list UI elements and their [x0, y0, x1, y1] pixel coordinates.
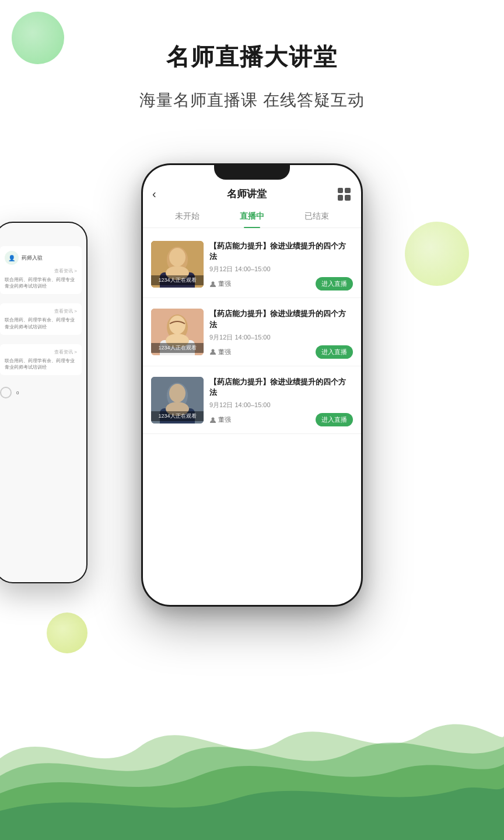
teacher-name-2: 董强 — [218, 348, 231, 356]
live-thumb-1: 1234人正在观看 — [151, 241, 204, 288]
live-info-1: 【药店能力提升】徐进业绩提升的四个方法 9月12日 14:00–15:00 董强 — [209, 241, 353, 290]
svg-point-2 — [169, 248, 186, 267]
secondary-see-more-2: 查看资讯 > — [5, 308, 77, 314]
phone-notch — [214, 163, 290, 180]
live-teacher-2: 董强 — [209, 348, 231, 356]
screen-topbar: ‹ 名师讲堂 — [143, 183, 361, 205]
secondary-label-1: 药师入驻 — [22, 254, 43, 262]
live-teacher-3: 董强 — [209, 415, 231, 424]
live-list: 1234人正在观看 【药店能力提升】徐进业绩提升的四个方法 9月12日 14:0… — [143, 228, 361, 605]
secondary-item-3: 查看资讯 > 联合用药、药理学有余、药理专业青业药师考试培训经 — [0, 344, 82, 375]
page-header: 名师直播大讲堂 海量名师直播课 在线答疑互动 — [0, 0, 504, 111]
live-time-1: 9月12日 14:00–15:00 — [209, 265, 353, 274]
enter-live-btn-3[interactable]: 进入直播 — [316, 413, 353, 426]
person-icon-1 — [209, 281, 216, 288]
live-thumb-2: 1234人正在观看 — [151, 309, 204, 355]
live-title-1: 【药店能力提升】徐进业绩提升的四个方法 — [209, 241, 353, 262]
phone-screen: ‹ 名师讲堂 未开始 直播中 已结束 — [143, 165, 361, 605]
live-thumb-3: 1234人正在观看 — [151, 377, 204, 424]
svg-point-5 — [212, 281, 215, 284]
secondary-phone: 👤 药师入驻 查看资讯 > 联合用药、药理学有余、药理专业青业药师考试培训经 查… — [0, 222, 88, 583]
live-title-3: 【药店能力提升】徐进业绩提升的四个方法 — [209, 377, 353, 398]
decoration-circle-bottom-left — [47, 612, 88, 653]
live-teacher-1: 董强 — [209, 279, 231, 288]
live-item-1[interactable]: 1234人正在观看 【药店能力提升】徐进业绩提升的四个方法 9月12日 14:0… — [143, 234, 361, 298]
secondary-icon-1: 👤 — [5, 251, 19, 265]
teacher-name-3: 董强 — [218, 415, 231, 424]
secondary-desc-2: 联合用药、药理学有余、药理专业青业药师考试培训经 — [5, 317, 77, 330]
svg-point-8 — [169, 316, 186, 334]
live-meta-1: 董强 进入直播 — [209, 277, 353, 290]
enter-live-btn-2[interactable]: 进入直播 — [316, 345, 353, 359]
live-info-2: 【药店能力提升】徐进业绩提升的四个方法 9月12日 14:00–15:00 董强 — [209, 309, 353, 358]
secondary-circle-icon — [0, 387, 12, 398]
page-title: 名师直播大讲堂 — [0, 41, 504, 73]
enter-live-btn-1[interactable]: 进入直播 — [316, 277, 353, 290]
svg-point-14 — [169, 384, 186, 402]
live-viewers-1: 1234人正在观看 — [151, 275, 204, 285]
back-button[interactable]: ‹ — [152, 187, 156, 201]
screen-title: 名师讲堂 — [227, 187, 267, 201]
person-icon-3 — [209, 416, 216, 424]
phone-frame: ‹ 名师讲堂 未开始 直播中 已结束 — [141, 163, 363, 607]
live-info-3: 【药店能力提升】徐进业绩提升的四个方法 9月12日 14:00–15:00 董强 — [209, 377, 353, 426]
decoration-circle-top-left — [12, 12, 64, 64]
secondary-see-more-3: 查看资讯 > — [5, 349, 77, 355]
tab-bar: 未开始 直播中 已结束 — [143, 205, 361, 228]
secondary-item-2: 查看资讯 > 联合用药、药理学有余、药理专业青业药师考试培训经 — [0, 303, 82, 334]
secondary-item-1: 👤 药师入驻 查看资讯 > 联合用药、药理学有余、药理专业青业药师考试培训经 — [0, 246, 82, 294]
secondary-bottom-label: 0 — [16, 390, 19, 396]
grid-icon[interactable] — [338, 188, 351, 201]
decoration-circle-right — [405, 222, 469, 286]
live-time-2: 9月12日 14:00–15:00 — [209, 333, 353, 342]
secondary-desc-1: 联合用药、药理学有余、药理专业青业药师考试培训经 — [5, 276, 77, 289]
live-meta-2: 董强 进入直播 — [209, 345, 353, 359]
live-item-3[interactable]: 1234人正在观看 【药店能力提升】徐进业绩提升的四个方法 9月12日 14:0… — [143, 370, 361, 434]
phone-inner: ‹ 名师讲堂 未开始 直播中 已结束 — [143, 165, 361, 605]
live-viewers-2: 1234人正在观看 — [151, 343, 204, 353]
svg-point-17 — [212, 417, 215, 420]
live-meta-3: 董强 进入直播 — [209, 413, 353, 426]
page-subtitle: 海量名师直播课 在线答疑互动 — [0, 89, 504, 111]
live-item-2[interactable]: 1234人正在观看 【药店能力提升】徐进业绩提升的四个方法 9月12日 14:0… — [143, 302, 361, 366]
person-icon-2 — [209, 348, 216, 355]
main-phone: ‹ 名师讲堂 未开始 直播中 已结束 — [141, 163, 363, 607]
teacher-name-1: 董强 — [218, 279, 231, 288]
secondary-desc-3: 联合用药、药理学有余、药理专业青业药师考试培训经 — [5, 358, 77, 370]
live-viewers-3: 1234人正在观看 — [151, 411, 204, 421]
live-title-2: 【药店能力提升】徐进业绩提升的四个方法 — [209, 309, 353, 330]
wave-bottom-decoration — [0, 688, 504, 840]
live-time-3: 9月12日 14:00–15:00 — [209, 401, 353, 410]
secondary-see-more-1: 查看资讯 > — [5, 268, 77, 274]
tab-live[interactable]: 直播中 — [230, 205, 274, 228]
tab-ended[interactable]: 已结束 — [295, 205, 338, 228]
tab-not-started[interactable]: 未开始 — [166, 205, 209, 228]
svg-point-11 — [212, 349, 215, 352]
